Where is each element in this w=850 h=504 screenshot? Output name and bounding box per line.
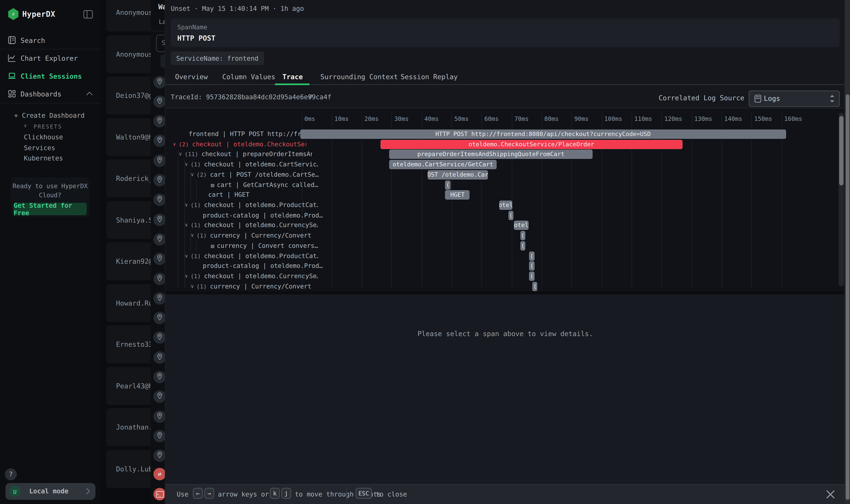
location-pin-badge[interactable] xyxy=(153,371,166,383)
span-bar[interactable]: ( xyxy=(508,211,513,220)
span-bar[interactable]: HGET xyxy=(446,191,470,200)
location-pin-badge[interactable] xyxy=(153,312,166,324)
span-bar[interactable]: POST /oteldemo.Cart xyxy=(428,170,488,179)
span-bar[interactable]: oteldemo.CheckoutService/PlaceOrder xyxy=(381,140,682,149)
location-pin-badge[interactable] xyxy=(153,351,166,363)
arrow-left-key[interactable]: ← xyxy=(193,488,203,499)
tab-trace[interactable]: Trace xyxy=(283,73,303,81)
span-bar[interactable]: oteldemo.CartService/GetCart xyxy=(389,160,497,169)
chevron-up-icon[interactable] xyxy=(86,92,92,98)
tree-chevron-down-icon[interactable]: ∨ xyxy=(173,140,176,149)
span-tree-label: checkout | oteldemo.CartServic… xyxy=(204,160,318,169)
span-bar[interactable]: otel xyxy=(499,201,512,210)
tree-chevron-down-icon[interactable]: ∨ xyxy=(191,282,194,291)
span-tree-row[interactable]: ▤cart | GetCartAsync called… xyxy=(165,180,344,190)
span-bar[interactable]: otel xyxy=(514,221,528,230)
tree-chevron-down-icon[interactable]: ∨ xyxy=(185,272,188,281)
tree-chevron-down-icon[interactable]: ∨ xyxy=(191,170,194,179)
network-event-badge[interactable]: ⇄ xyxy=(153,468,166,480)
esc-key[interactable]: ESC xyxy=(356,488,372,499)
location-pin-badge[interactable] xyxy=(153,391,166,403)
sidebar-item-search[interactable]: Search xyxy=(0,33,100,48)
span-tree-row[interactable]: ∨(2)checkout | oteldemo.CheckoutServic… xyxy=(165,140,306,149)
page-scrollbar[interactable] xyxy=(845,0,850,504)
span-bar[interactable]: ( xyxy=(520,241,525,250)
span-bar[interactable]: ( xyxy=(529,251,534,260)
panel-split-handle[interactable] xyxy=(165,291,845,294)
sidebar-item-chart-explorer[interactable]: Chart Explorer xyxy=(0,50,100,66)
span-tree-row[interactable]: cart | HGET xyxy=(165,191,342,200)
span-bar[interactable]: ( xyxy=(532,282,537,291)
location-pin-badge[interactable] xyxy=(153,95,166,108)
j-key[interactable]: j xyxy=(281,488,291,499)
console-event-badge[interactable]: >_ xyxy=(153,488,166,500)
waterfall-scrollbar[interactable] xyxy=(839,113,844,286)
get-started-button[interactable]: Get Started for Free xyxy=(14,203,87,215)
span-bar[interactable]: prepareOrderItemsAndShippingQuoteFromCar… xyxy=(389,150,593,159)
span-tree-row[interactable]: product-catalog | oteldemo.Prod… xyxy=(165,262,336,271)
location-pin-badge[interactable] xyxy=(153,272,166,285)
local-mode-button[interactable]: U Local mode xyxy=(5,483,95,500)
location-pin-badge[interactable] xyxy=(153,115,166,127)
span-tree-row[interactable]: ∨(1)checkout | oteldemo.CurrencySe… xyxy=(165,221,318,230)
location-pin-badge[interactable] xyxy=(153,410,166,422)
preset-item-clickhouse[interactable]: Clickhouse xyxy=(24,133,63,141)
presets-chevron-icon[interactable]: ∨ xyxy=(24,123,27,128)
tab-column-values[interactable]: Column Values xyxy=(222,73,275,81)
span-tree-row[interactable]: ∨(1)currency | Currency/Convert xyxy=(165,282,324,291)
tree-chevron-down-icon[interactable]: ∨ xyxy=(185,221,188,230)
span-tree-row[interactable]: ∨(1)checkout | oteldemo.ProductCat… xyxy=(165,201,318,210)
tab-overview[interactable]: Overview xyxy=(175,73,208,81)
k-key[interactable]: k xyxy=(270,488,280,499)
tree-chevron-down-icon[interactable]: ∨ xyxy=(185,251,188,260)
preset-item-services[interactable]: Services xyxy=(24,144,55,151)
span-tree-row[interactable]: product-catalog | oteldemo.Prod… xyxy=(165,211,336,220)
sidebar-item-dashboards[interactable]: Dashboards xyxy=(0,86,100,101)
arrow-right-key[interactable]: → xyxy=(204,488,214,499)
tree-chevron-down-icon[interactable]: ∨ xyxy=(179,150,182,159)
tree-chevron-down-icon[interactable]: ∨ xyxy=(191,231,194,240)
tree-chevron-down-icon[interactable]: ∨ xyxy=(185,201,188,210)
create-dashboard-button[interactable]: + Create Dashboard xyxy=(14,112,85,119)
edit-trace-id-icon[interactable]: ✎ xyxy=(308,92,313,100)
close-icon[interactable] xyxy=(826,489,835,499)
location-pin-badge[interactable] xyxy=(153,331,166,344)
span-bar[interactable]: ( xyxy=(529,262,534,271)
waterfall-scrollbar-thumb[interactable] xyxy=(839,116,844,185)
location-pin-badge[interactable] xyxy=(153,430,166,442)
log-source-select[interactable]: Logs xyxy=(749,91,840,107)
span-tree-row[interactable]: ∨(1)currency | Currency/Convert xyxy=(165,231,324,240)
span-tree-row[interactable]: ▤currency | Convert convers… xyxy=(165,241,344,250)
span-tree-row[interactable]: ∨(1)checkout | oteldemo.CartServic… xyxy=(165,160,318,169)
location-pin-badge[interactable] xyxy=(153,154,166,167)
page-scrollbar-thumb[interactable] xyxy=(846,94,849,500)
tab-surrounding-context[interactable]: Surrounding Context xyxy=(320,73,398,81)
location-pin-badge[interactable] xyxy=(153,213,166,226)
sidebar-item-client-sessions[interactable]: Client Sessions xyxy=(0,68,100,84)
span-tree-row[interactable]: ∨(1)checkout | oteldemo.CurrencySe… xyxy=(165,272,318,281)
preset-item-kubernetes[interactable]: Kubernetes xyxy=(24,155,63,162)
location-pin-badge[interactable] xyxy=(153,233,166,245)
location-pin-badge[interactable] xyxy=(153,134,166,147)
location-pin-badge[interactable] xyxy=(153,292,166,305)
span-bar[interactable]: ( xyxy=(529,272,534,281)
child-count: (1) xyxy=(191,221,201,230)
tree-chevron-down-icon[interactable]: ∨ xyxy=(185,160,188,169)
collapse-sidebar-icon[interactable] xyxy=(84,10,93,18)
span-bar[interactable]: HTTP POST http://frontend:8080/api/check… xyxy=(300,130,786,139)
location-pin-badge[interactable] xyxy=(153,174,166,186)
span-bar-label: ( xyxy=(533,283,537,290)
location-pin-badge[interactable] xyxy=(153,194,166,206)
span-tree-row[interactable]: ∨(11)checkout | prepareOrderItemsAnd… xyxy=(165,150,312,159)
help-button[interactable]: ? xyxy=(5,468,17,480)
location-pin-badge[interactable] xyxy=(153,76,166,88)
service-name-chip[interactable]: ServiceName: frontend xyxy=(171,51,264,65)
location-pin-badge[interactable] xyxy=(153,450,166,462)
location-pin-badge[interactable] xyxy=(153,253,166,265)
span-tree-row[interactable]: ∨(2)cart | POST /oteldemo.CartSe… xyxy=(165,170,324,179)
span-tree-row[interactable]: frontend | HTTP POST http://frontend:… xyxy=(165,130,322,139)
span-bar[interactable]: ( xyxy=(520,231,525,240)
tab-session-replay[interactable]: Session Replay xyxy=(401,73,458,81)
span-bar[interactable]: ( xyxy=(446,180,450,190)
span-tree-row[interactable]: ∨(1)checkout | oteldemo.ProductCat… xyxy=(165,251,318,260)
